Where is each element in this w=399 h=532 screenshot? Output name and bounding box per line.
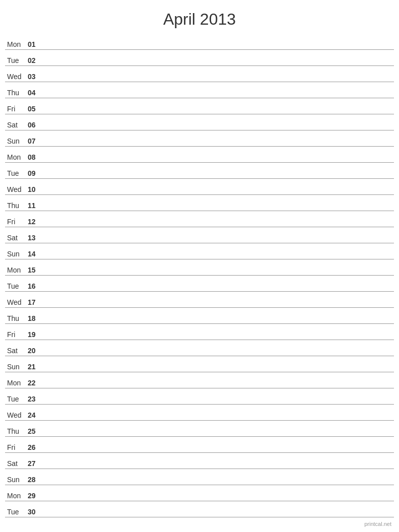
day-name: Sun: [5, 137, 28, 145]
day-name: Sat: [5, 234, 28, 242]
calendar-row: Fri12: [5, 211, 394, 227]
day-name: Mon: [5, 266, 28, 274]
day-name: Sun: [5, 250, 28, 258]
calendar-row: Sun14: [5, 243, 394, 259]
day-number: 04: [28, 89, 43, 97]
calendar-row: Mon08: [5, 147, 394, 163]
day-number: 16: [28, 282, 43, 290]
calendar-row: Sun07: [5, 130, 394, 147]
day-name: Tue: [5, 395, 28, 403]
day-name: Sat: [5, 347, 28, 355]
day-number: 19: [28, 330, 43, 339]
calendar-row: Thu11: [5, 195, 394, 211]
calendar-row: Tue30: [5, 501, 394, 517]
calendar-grid: Mon01Tue02Wed03Thu04Fri05Sat06Sun07Mon08…: [0, 34, 399, 517]
day-number: 09: [28, 169, 43, 177]
calendar-row: Mon01: [5, 34, 394, 50]
day-number: 02: [28, 56, 43, 64]
calendar-row: Tue09: [5, 163, 394, 179]
day-number: 28: [28, 476, 43, 484]
calendar-row: Fri26: [5, 437, 394, 453]
day-name: Mon: [5, 492, 28, 500]
calendar-row: Tue02: [5, 50, 394, 66]
calendar-row: Wed17: [5, 292, 394, 308]
day-number: 21: [28, 363, 43, 371]
calendar-row: Thu04: [5, 82, 394, 98]
calendar-row: Sun28: [5, 469, 394, 485]
day-number: 25: [28, 427, 43, 435]
page-title: April 2013: [0, 0, 399, 34]
day-number: 29: [28, 492, 43, 500]
day-number: 13: [28, 234, 43, 242]
calendar-row: Tue16: [5, 276, 394, 292]
calendar-row: Mon22: [5, 372, 394, 388]
day-number: 17: [28, 298, 43, 306]
day-name: Fri: [5, 330, 28, 339]
day-name: Sun: [5, 363, 28, 371]
day-name: Fri: [5, 218, 28, 226]
calendar-row: Fri19: [5, 324, 394, 340]
day-name: Mon: [5, 379, 28, 387]
calendar-row: Sat06: [5, 114, 394, 130]
day-name: Thu: [5, 314, 28, 322]
day-number: 15: [28, 266, 43, 274]
day-number: 20: [28, 347, 43, 355]
day-number: 11: [28, 202, 43, 210]
calendar-row: Wed03: [5, 66, 394, 82]
day-name: Fri: [5, 105, 28, 113]
calendar-row: Wed24: [5, 405, 394, 421]
calendar-row: Thu25: [5, 421, 394, 437]
day-name: Mon: [5, 40, 28, 48]
day-number: 18: [28, 314, 43, 322]
day-number: 14: [28, 250, 43, 258]
day-name: Tue: [5, 169, 28, 177]
calendar-row: Mon29: [5, 485, 394, 501]
calendar-row: Sat13: [5, 227, 394, 243]
day-name: Sun: [5, 476, 28, 484]
day-number: 30: [28, 508, 43, 516]
day-number: 26: [28, 443, 43, 451]
day-name: Tue: [5, 282, 28, 290]
day-name: Wed: [5, 73, 28, 81]
day-number: 01: [28, 40, 43, 48]
day-name: Sat: [5, 121, 28, 129]
day-name: Wed: [5, 411, 28, 419]
day-number: 07: [28, 137, 43, 145]
day-name: Mon: [5, 153, 28, 161]
day-number: 23: [28, 395, 43, 403]
calendar-row: Sat20: [5, 340, 394, 356]
day-number: 05: [28, 105, 43, 113]
day-number: 22: [28, 379, 43, 387]
day-name: Fri: [5, 443, 28, 451]
day-number: 06: [28, 121, 43, 129]
calendar-row: Sun21: [5, 356, 394, 372]
footer-label: printcal.net: [364, 521, 391, 527]
calendar-row: Thu18: [5, 308, 394, 324]
day-name: Wed: [5, 185, 28, 193]
day-name: Tue: [5, 508, 28, 516]
day-name: Thu: [5, 427, 28, 435]
day-name: Sat: [5, 459, 28, 468]
calendar-row: Sat27: [5, 453, 394, 469]
day-number: 24: [28, 411, 43, 419]
calendar-row: Fri05: [5, 98, 394, 114]
calendar-row: Mon15: [5, 259, 394, 276]
day-number: 03: [28, 73, 43, 81]
day-name: Tue: [5, 56, 28, 64]
day-number: 12: [28, 218, 43, 226]
day-name: Thu: [5, 89, 28, 97]
calendar-row: Tue23: [5, 388, 394, 405]
day-number: 10: [28, 185, 43, 193]
day-number: 08: [28, 153, 43, 161]
calendar-row: Wed10: [5, 179, 394, 195]
day-name: Wed: [5, 298, 28, 306]
day-name: Thu: [5, 202, 28, 210]
day-number: 27: [28, 459, 43, 468]
